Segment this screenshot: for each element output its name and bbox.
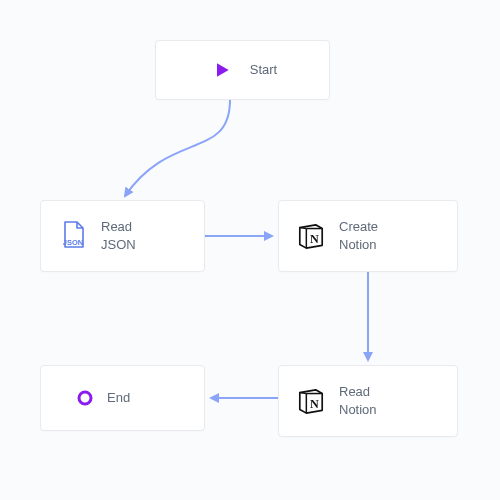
edge-start-to-json [125,100,230,196]
svg-text:N: N [310,397,319,411]
svg-text:N: N [310,232,319,246]
notion-icon: N [297,387,325,415]
node-read-json-label: Read JSON [101,218,136,253]
json-file-icon: JSON [59,222,87,250]
node-read-notion-label: Read Notion [339,383,377,418]
node-create-notion-label: Create Notion [339,218,378,253]
node-read-json[interactable]: JSON Read JSON [40,200,205,272]
end-circle-icon [77,384,93,412]
play-icon [208,56,236,84]
node-read-notion[interactable]: N Read Notion [278,365,458,437]
node-create-notion[interactable]: N Create Notion [278,200,458,272]
node-end[interactable]: End [40,365,205,431]
workflow-canvas: Start JSON Read JSON N Create Notion [0,0,500,500]
svg-point-2 [79,392,91,404]
node-start[interactable]: Start [155,40,330,100]
node-start-label: Start [250,61,277,79]
notion-icon: N [297,222,325,250]
node-end-label: End [107,389,130,407]
svg-text:JSON: JSON [63,238,83,247]
